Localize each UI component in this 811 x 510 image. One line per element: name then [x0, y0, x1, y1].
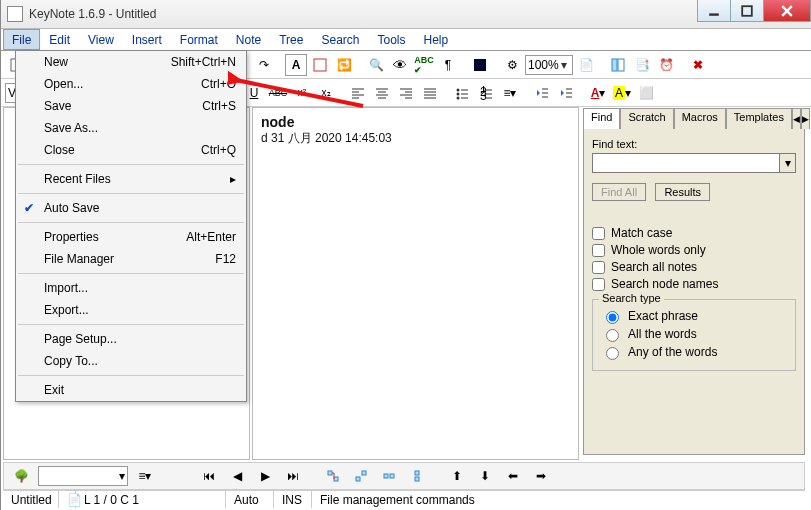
binoculars-icon[interactable]: 👁 [389, 54, 411, 76]
nav-prev-icon[interactable]: ◀ [226, 465, 248, 487]
align-right-icon[interactable] [395, 82, 417, 104]
menu-item-export-[interactable]: Export... [16, 299, 246, 321]
align-justify-icon[interactable] [419, 82, 441, 104]
svg-point-37 [457, 96, 460, 99]
apply-style-icon[interactable]: ≡▾ [134, 465, 156, 487]
tab-macros[interactable]: Macros [674, 108, 726, 129]
strike-icon[interactable]: ABC [267, 82, 289, 104]
menu-item-recent-files[interactable]: Recent Files▸ [16, 168, 246, 190]
spellcheck-icon[interactable]: ABC✔ [413, 54, 435, 76]
tab-find[interactable]: Find [583, 108, 620, 129]
menu-file[interactable]: File [3, 29, 40, 50]
svg-rect-55 [356, 477, 360, 481]
svg-rect-56 [384, 474, 388, 478]
menu-item-new[interactable]: NewShift+Ctrl+N [16, 51, 246, 73]
repeat-icon[interactable]: 🔁 [333, 54, 355, 76]
move-left-icon[interactable]: ⬅ [502, 465, 524, 487]
menu-item-file-manager[interactable]: File ManagerF12 [16, 248, 246, 270]
note-props-icon[interactable]: 📄 [575, 54, 597, 76]
tab-scroll-left[interactable]: ◀ [792, 108, 801, 129]
options-icon[interactable]: ⚙ [501, 54, 523, 76]
find-text-input[interactable] [592, 153, 780, 173]
close-button[interactable] [763, 0, 811, 22]
node-right-icon[interactable] [406, 465, 428, 487]
node-up-icon[interactable] [322, 465, 344, 487]
bullets-icon[interactable] [451, 82, 473, 104]
menu-tree[interactable]: Tree [270, 29, 312, 50]
node-left-icon[interactable] [378, 465, 400, 487]
delete-icon[interactable]: ✖ [687, 54, 709, 76]
svg-point-35 [457, 92, 460, 95]
goto-icon[interactable]: ¶ [437, 54, 459, 76]
highlight-icon[interactable]: A▾ [611, 82, 633, 104]
find-icon[interactable]: 🔍 [365, 54, 387, 76]
node-names-checkbox[interactable] [592, 278, 605, 291]
nav-next-icon[interactable]: ▶ [254, 465, 276, 487]
menu-note[interactable]: Note [227, 29, 270, 50]
indent-icon[interactable] [555, 82, 577, 104]
para-dialog-icon[interactable] [309, 54, 331, 76]
menu-view[interactable]: View [79, 29, 123, 50]
menu-item-page-setup-[interactable]: Page Setup... [16, 328, 246, 350]
find-dropdown-icon[interactable]: ▾ [780, 153, 796, 173]
demote-icon[interactable]: ⬇ [474, 465, 496, 487]
whole-words-checkbox[interactable] [592, 244, 605, 257]
menu-item-close[interactable]: CloseCtrl+Q [16, 139, 246, 161]
menu-item-exit[interactable]: Exit [16, 379, 246, 401]
status-note-icon: 📄 [59, 491, 76, 508]
editor-pane[interactable]: node d 31 八月 2020 14:45:03 [252, 107, 579, 460]
no-highlight-icon[interactable]: ⬜ [635, 82, 657, 104]
promote-icon[interactable]: ⬆ [446, 465, 468, 487]
all-notes-checkbox[interactable] [592, 261, 605, 274]
tab-templates[interactable]: Templates [726, 108, 792, 129]
menu-tools[interactable]: Tools [368, 29, 414, 50]
font-color-icon[interactable]: A▾ [587, 82, 609, 104]
menu-item-import-[interactable]: Import... [16, 277, 246, 299]
outdent-icon[interactable] [531, 82, 553, 104]
menu-edit[interactable]: Edit [40, 29, 79, 50]
menu-item-open-[interactable]: Open...Ctrl+O [16, 73, 246, 95]
style-combo[interactable]: ▾ [38, 466, 128, 486]
sup-icon[interactable]: x² [291, 82, 313, 104]
menu-search[interactable]: Search [312, 29, 368, 50]
menu-item-properties[interactable]: PropertiesAlt+Enter [16, 226, 246, 248]
all-words-radio[interactable] [606, 329, 619, 342]
tree-icon[interactable]: 🌳 [10, 465, 32, 487]
alarm-icon[interactable]: ⏰ [655, 54, 677, 76]
menu-item-save[interactable]: SaveCtrl+S [16, 95, 246, 117]
menu-item-save-as-[interactable]: Save As... [16, 117, 246, 139]
numbers-icon[interactable]: 123 [475, 82, 497, 104]
line-spacing-icon[interactable]: ≡▾ [499, 82, 521, 104]
font-dialog-icon[interactable]: A [285, 54, 307, 76]
sub-icon[interactable]: x₂ [315, 82, 337, 104]
menu-help[interactable]: Help [415, 29, 458, 50]
menu-item-copy-to-[interactable]: Copy To... [16, 350, 246, 372]
align-center-icon[interactable] [371, 82, 393, 104]
redo-icon[interactable]: ↷ [253, 54, 275, 76]
menu-format[interactable]: Format [171, 29, 227, 50]
color-swatch-icon[interactable] [469, 54, 491, 76]
match-case-checkbox[interactable] [592, 227, 605, 240]
nav-last-icon[interactable]: ⏭ [282, 465, 304, 487]
resource-panel-icon[interactable]: 📑 [631, 54, 653, 76]
app-icon [7, 6, 23, 22]
node-down-icon[interactable] [350, 465, 372, 487]
zoom-combo[interactable]: 100%▾ [525, 55, 573, 75]
exact-phrase-radio[interactable] [606, 311, 619, 324]
maximize-button[interactable] [730, 0, 764, 22]
menu-item-auto-save[interactable]: ✔Auto Save [16, 197, 246, 219]
svg-point-33 [457, 88, 460, 91]
any-words-label: Any of the words [628, 345, 717, 359]
tab-scroll-right[interactable]: ▶ [801, 108, 810, 129]
results-button[interactable]: Results [655, 183, 710, 201]
nav-first-icon[interactable]: ⏮ [198, 465, 220, 487]
align-left-icon[interactable] [347, 82, 369, 104]
any-words-radio[interactable] [606, 347, 619, 360]
find-all-button[interactable]: Find All [592, 183, 646, 201]
move-right-icon[interactable]: ➡ [530, 465, 552, 487]
tree-toggle-icon[interactable] [607, 54, 629, 76]
minimize-button[interactable] [697, 0, 731, 22]
tab-scratch[interactable]: Scratch [620, 108, 673, 129]
menu-insert[interactable]: Insert [123, 29, 171, 50]
status-bar: Untitled 📄 L 1 / 0 C 1 Auto INS File man… [3, 490, 805, 508]
